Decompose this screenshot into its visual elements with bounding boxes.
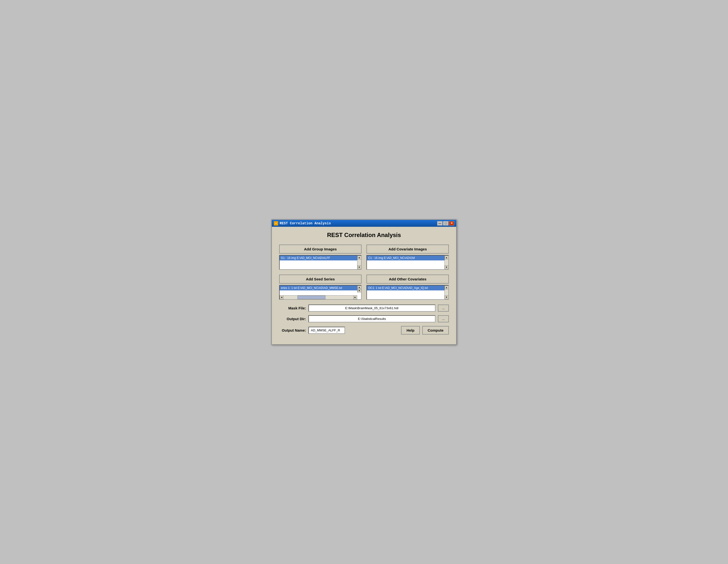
- output-name-label: Output Name:: [279, 328, 306, 332]
- group-images-listbox: G1 : 16 img E:\AD_MCI_NC\AD\ALFF ▲ ▼: [279, 255, 362, 270]
- maximize-button[interactable]: □: [443, 221, 448, 226]
- other-covariates-item[interactable]: OC1: 1 txt E:\AD_MCI_NC\AD\AD_Age_IQ.txt: [367, 286, 444, 290]
- output-dir-row: Output Dir: ...: [279, 315, 449, 322]
- main-content: REST Correlation Analysis Add Group Imag…: [272, 227, 456, 344]
- output-name-row: Output Name: Help Compute: [279, 326, 449, 335]
- group-images-scroll-track: [357, 259, 361, 265]
- add-seed-series-button[interactable]: Add Seed Series: [279, 275, 362, 284]
- seed-series-panel: Add Seed Series eries 1: 1 txt E:\AD_MCI…: [279, 275, 362, 300]
- top-section: Add Group Images G1 : 16 img E:\AD_MCI_N…: [279, 245, 449, 270]
- covariate-images-scroll-track: [445, 259, 448, 265]
- seed-series-scroll-left[interactable]: ◄: [280, 295, 284, 299]
- compute-button[interactable]: Compute: [422, 326, 449, 335]
- add-covariate-images-button[interactable]: Add Covariate Images: [366, 245, 449, 254]
- other-covariates-listbox: OC1: 1 txt E:\AD_MCI_NC\AD\AD_Age_IQ.txt…: [366, 285, 449, 300]
- seed-series-scroll-down[interactable]: ▼: [357, 289, 361, 292]
- other-covariates-scroll-track: [445, 289, 448, 295]
- output-dir-label: Output Dir:: [279, 317, 306, 321]
- other-covariates-scrollbar-v: ▲ ▼: [444, 286, 448, 299]
- other-covariates-empty: [367, 290, 444, 297]
- covariate-images-scrollbar-v: ▲ ▼: [444, 256, 448, 269]
- mid-section: Add Seed Series eries 1: 1 txt E:\AD_MCI…: [279, 275, 449, 300]
- output-dir-browse-button[interactable]: ...: [438, 315, 449, 322]
- mask-file-browse-button[interactable]: ...: [438, 305, 449, 312]
- seed-series-item[interactable]: eries 1: 1 txt E:\AD_MCI_NC\AD\AD_MMSE.t…: [280, 286, 357, 290]
- seed-series-scroll-right[interactable]: ►: [353, 295, 357, 299]
- covariate-images-listbox: C1 : 16 img E:\AD_MCI_NC\AD\GM ▲ ▼: [366, 255, 449, 270]
- help-button[interactable]: Help: [401, 326, 420, 335]
- mask-file-label: Mask File:: [279, 306, 306, 310]
- page-title: REST Correlation Analysis: [279, 232, 449, 238]
- group-images-scroll-down[interactable]: ▼: [357, 265, 361, 269]
- add-group-images-button[interactable]: Add Group Images: [279, 245, 362, 254]
- covariate-images-empty: [367, 260, 444, 267]
- other-covariates-scroll-down[interactable]: ▼: [445, 295, 449, 299]
- title-controls: — □ ✕: [437, 221, 454, 226]
- seed-series-scrollbar-v: ▲ ▼: [357, 286, 361, 292]
- covariate-images-scroll-up[interactable]: ▲: [445, 256, 449, 259]
- other-covariates-panel: Add Other Covariates OC1: 1 txt E:\AD_MC…: [366, 275, 449, 300]
- bottom-form: Mask File: ... Output Dir: ... Output Na…: [279, 305, 449, 335]
- mask-file-row: Mask File: ...: [279, 305, 449, 312]
- seed-series-scroll-up[interactable]: ▲: [357, 286, 361, 289]
- title-bar-left: ✦ REST Correlation Analysis: [274, 221, 331, 226]
- bottom-buttons: Help Compute: [401, 326, 449, 335]
- covariate-images-scroll-down[interactable]: ▼: [445, 265, 449, 269]
- seed-series-hscroll-thumb: [297, 296, 325, 299]
- close-button[interactable]: ✕: [449, 221, 454, 226]
- title-bar: ✦ REST Correlation Analysis — □ ✕: [272, 220, 456, 227]
- group-images-scrollbar-v: ▲ ▼: [357, 256, 361, 269]
- mask-file-input[interactable]: [308, 305, 435, 312]
- covariate-images-item[interactable]: C1 : 16 img E:\AD_MCI_NC\AD\GM: [367, 256, 444, 260]
- seed-series-hscroll-track: [284, 296, 353, 299]
- minimize-button[interactable]: —: [437, 221, 443, 226]
- output-name-input[interactable]: [308, 327, 345, 334]
- covariate-images-panel: Add Covariate Images C1 : 16 img E:\AD_M…: [366, 245, 449, 270]
- group-images-item[interactable]: G1 : 16 img E:\AD_MCI_NC\AD\ALFF: [280, 256, 357, 260]
- main-window: ✦ REST Correlation Analysis — □ ✕ REST C…: [271, 219, 457, 345]
- group-images-panel: Add Group Images G1 : 16 img E:\AD_MCI_N…: [279, 245, 362, 270]
- other-covariates-scroll-up[interactable]: ▲: [445, 286, 449, 289]
- window-title: REST Correlation Analysis: [280, 221, 331, 225]
- output-dir-input[interactable]: [308, 315, 435, 322]
- group-images-empty: [280, 260, 357, 267]
- seed-series-listbox: eries 1: 1 txt E:\AD_MCI_NC\AD\AD_MMSE.t…: [279, 285, 362, 300]
- app-icon: ✦: [274, 221, 278, 226]
- add-other-covariates-button[interactable]: Add Other Covariates: [366, 275, 449, 284]
- seed-series-hscrollbar: ◄ ►: [280, 295, 357, 299]
- group-images-scroll-up[interactable]: ▲: [357, 256, 361, 259]
